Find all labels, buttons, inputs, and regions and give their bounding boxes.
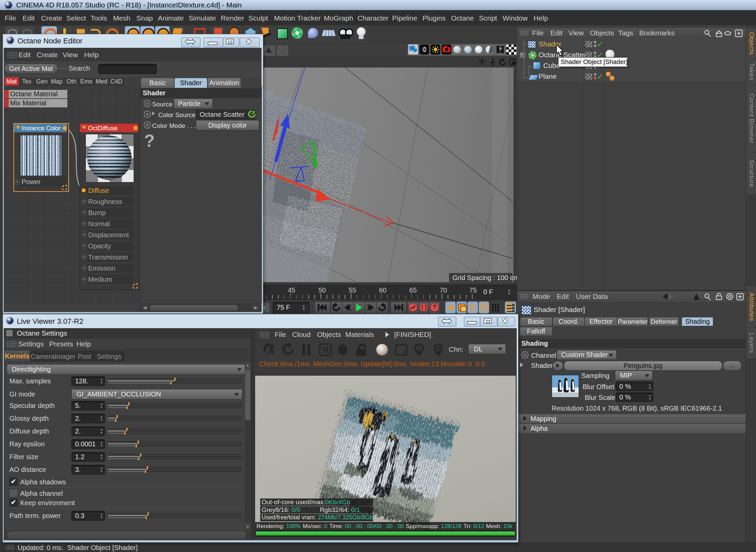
svg-text:F: F: [417, 346, 421, 351]
svg-text:M: M: [436, 346, 441, 351]
svg-text:R: R: [323, 345, 329, 355]
